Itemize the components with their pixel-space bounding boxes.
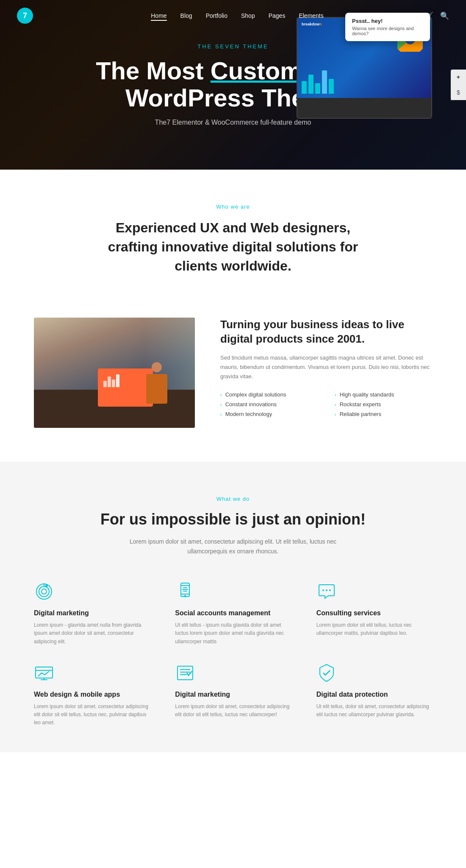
arrow-icon: › (220, 402, 222, 407)
svg-rect-13 (183, 587, 187, 588)
mobile-icon (175, 581, 195, 602)
svg-rect-19 (36, 667, 53, 678)
service-social: Social accounts management Ut elit tellu… (175, 581, 291, 646)
service-data-protection: Digital data protection Ut elit tellus, … (316, 663, 432, 727)
nav-portfolio[interactable]: Portfolio (206, 12, 227, 19)
pssst-text: Wanna see more designs and demos? (352, 26, 423, 36)
feature-item: › Reliable partners (335, 411, 432, 417)
feature-item: › Complex digital solutions (220, 391, 318, 398)
nav-home[interactable]: Home (151, 12, 166, 21)
arrow-icon: › (220, 392, 222, 397)
business-section: Turning your business ideas to live digi… (0, 301, 466, 462)
svg-point-4 (39, 586, 49, 597)
service-desc: Lorem ipsum - glavrida amet nulla from g… (34, 621, 150, 646)
hero-description: The7 Elementor & WooCommerce full-featur… (96, 119, 370, 126)
feature-item: › Modern technology (220, 411, 318, 417)
feature-label: Modern technology (225, 411, 272, 417)
service-title: Digital marketing (175, 691, 291, 698)
office-image (34, 318, 195, 428)
feature-item: › Constant innovations (220, 401, 318, 407)
business-title: Turning your business ideas to live digi… (220, 318, 432, 346)
side-settings-icon[interactable]: ✦ (451, 70, 466, 85)
svg-point-12 (184, 595, 186, 597)
who-label: Who we are (17, 204, 449, 210)
business-description: Sed tincidunt metus massa, ullamcorper s… (220, 353, 432, 381)
service-webdesign: Web design & mobile apps Lorem ipsum dol… (34, 663, 150, 727)
svg-point-5 (42, 589, 47, 594)
feature-label: Constant innovations (225, 401, 277, 407)
office-scene-bg (34, 318, 195, 428)
service-desc: Ut elit tellus, dolor sit amet, consecte… (316, 703, 432, 719)
arrow-icon: › (220, 412, 222, 417)
feature-item: › High quality standards (335, 391, 432, 398)
arrow-icon: › (335, 392, 336, 397)
feature-label: Rockstar experts (340, 401, 381, 407)
svg-rect-15 (183, 591, 187, 592)
pssst-popup: Pssst.. hey! Wanna see more designs and … (345, 13, 430, 41)
arrow-icon: › (335, 402, 336, 407)
svg-point-16 (322, 589, 324, 591)
svg-point-8 (45, 584, 48, 587)
site-logo[interactable]: 7 (17, 8, 33, 24)
pssst-title: Pssst.. hey! (352, 18, 423, 24)
nav-pages[interactable]: Pages (269, 12, 286, 19)
service-title: Social accounts management (175, 609, 291, 617)
list-icon (175, 663, 195, 683)
service-digital-marketing-2: Digital marketing Lorem ipsum dolor sit … (175, 663, 291, 727)
features-grid: › Complex digital solutions › Constant i… (220, 391, 432, 417)
service-title: Consulting services (316, 609, 432, 617)
nav-blog[interactable]: Blog (180, 12, 192, 19)
nav-shop[interactable]: Shop (241, 12, 255, 19)
person-silhouette (144, 362, 169, 409)
side-dollar-icon[interactable]: $ (451, 85, 466, 100)
search-icon[interactable]: 🔍 (440, 11, 449, 20)
service-digital-marketing: Digital marketing Lorem ipsum - glavrida… (34, 581, 150, 646)
shield-icon (316, 663, 337, 683)
what-label: What we do (34, 496, 432, 502)
nav-elements[interactable]: Elements (299, 12, 323, 19)
service-title: Web design & mobile apps (34, 691, 150, 698)
service-desc: Lorem ipsum dolor sit amet, consectetur … (175, 703, 291, 719)
feature-item: › Rockstar experts (335, 401, 432, 407)
what-title: For us impossible is just an opinion! (34, 511, 432, 528)
service-desc: Ut elit tellus - ipsum nulla glavida dol… (175, 621, 291, 646)
who-we-are-section: Who we are Experienced UX and Web design… (0, 170, 466, 301)
service-title: Digital marketing (34, 609, 150, 617)
svg-point-17 (326, 589, 327, 591)
what-description: Lorem ipsum dolor sit amet, consectetur … (127, 537, 339, 556)
service-desc: Lorem ipsum dolor sit amet, consectetur … (34, 703, 150, 727)
side-utility-icons: ✦ $ (451, 70, 466, 100)
arrow-icon: › (335, 412, 336, 417)
services-grid: Digital marketing Lorem ipsum - glavrida… (34, 581, 432, 727)
svg-point-18 (329, 589, 331, 591)
business-text: Turning your business ideas to live digi… (220, 318, 432, 417)
svg-rect-14 (182, 589, 188, 590)
monitor-base (297, 98, 431, 118)
service-title: Digital data protection (316, 691, 432, 698)
feature-label: Reliable partners (340, 411, 381, 417)
chat-icon (316, 581, 337, 602)
feature-label: Complex digital solutions (225, 391, 286, 398)
what-we-do-section: What we do For us impossible is just an … (0, 462, 466, 752)
features-col2: › High quality standards › Rockstar expe… (335, 391, 432, 417)
service-desc: Lorem ipsum dolor sit elit tellus, luctu… (316, 621, 432, 637)
service-consulting: Consulting services Lorem ipsum dolor si… (316, 581, 432, 646)
feature-label: High quality standards (340, 391, 394, 398)
chart-icon (34, 663, 54, 683)
who-heading: Experienced UX and Web designers, crafti… (106, 218, 360, 275)
target-icon (34, 581, 54, 602)
features-col1: › Complex digital solutions › Constant i… (220, 391, 318, 417)
